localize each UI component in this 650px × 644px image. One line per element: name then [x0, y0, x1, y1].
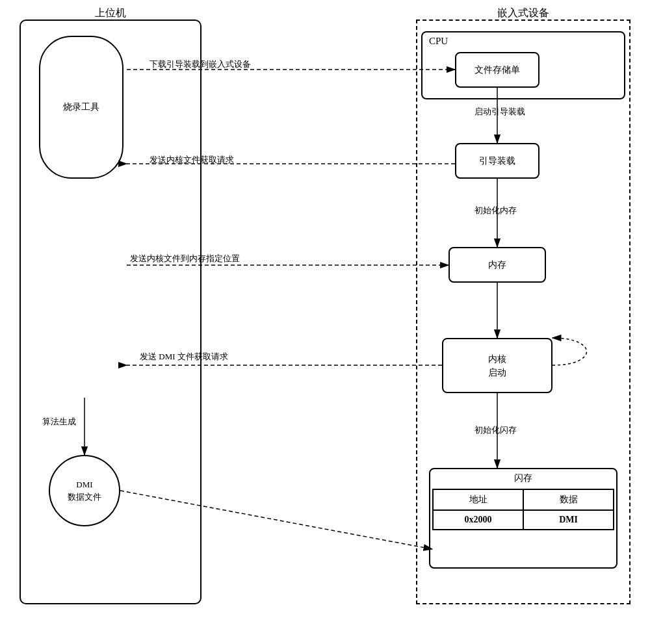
bootloader-label: 引导装载: [479, 155, 515, 167]
flash-row-address: 0x2000: [433, 510, 523, 530]
dmi-file-circle: DMI数据文件: [49, 455, 120, 526]
arrow-label-kernel-send: 发送内核文件到内存指定位置: [130, 253, 240, 264]
diagram-container: 上位机 嵌入式设备 CPU 文件存储单 烧录工具 引导装载 内存 内核 启动 闪…: [0, 0, 650, 644]
arrow-label-download: 下载引导装载到嵌入式设备: [150, 58, 251, 70]
file-storage-box: 文件存储单: [455, 52, 540, 88]
file-storage-label: 文件存储单: [474, 64, 520, 76]
arrow-label-init-mem: 初始化内存: [474, 205, 517, 216]
flash-row-data: DMI: [523, 510, 614, 530]
arrow-label-kernel-req: 发送内核文件获取请求: [150, 154, 234, 166]
flash-table: 地址 数据 0x2000 DMI: [432, 489, 614, 530]
burn-tool-box: 烧录工具: [39, 36, 124, 179]
right-panel-title: 嵌入式设备: [416, 6, 630, 20]
flash-label: 闪存: [429, 472, 618, 484]
bootloader-box: 引导装载: [455, 143, 540, 179]
left-panel-title: 上位机: [20, 6, 202, 20]
memory-box: 内存: [448, 247, 546, 283]
kernel-label: 内核 启动: [488, 352, 506, 380]
cpu-label: CPU: [429, 36, 448, 47]
dmi-file-label: DMI数据文件: [68, 478, 101, 504]
flash-header-data: 数据: [523, 489, 614, 510]
arrow-label-start-boot: 启动引导装载: [474, 106, 525, 118]
kernel-inner-label: 内核 启动: [442, 338, 552, 393]
arrow-label-algo: 算法生成: [42, 416, 76, 428]
arrow-label-init-flash: 初始化闪存: [474, 424, 517, 436]
flash-header-address: 地址: [433, 489, 523, 510]
burn-tool-label: 烧录工具: [63, 101, 99, 113]
memory-label: 内存: [488, 259, 506, 271]
arrow-label-dmi-req: 发送 DMI 文件获取请求: [140, 351, 228, 363]
